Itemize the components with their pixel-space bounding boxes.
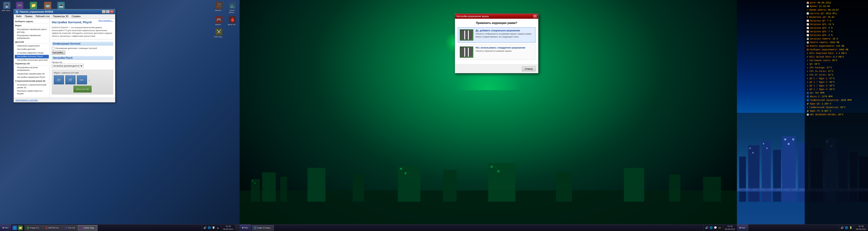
sysmon-gpu-fan: 🌀 Графический процессор: 1020 RPM [807, 99, 866, 102]
clock-middle[interactable]: 21:18 06.09.2012 [723, 225, 737, 231]
desktop-icon-blood[interactable]: 🩸 Blood Va... [226, 15, 239, 26]
sidebar-item-surround[interactable]: Настройка Surround, PhysX [15, 55, 49, 59]
sysmon-hddtemp-icon: 💿 [807, 113, 809, 116]
sysmon-vram-icon: 🖼 [807, 45, 809, 48]
notif-icon-3[interactable]: 🛡️ [212, 226, 215, 230]
sysmon-ram-icon: 💾 [807, 38, 809, 40]
sidebar-item-3d-manage[interactable]: Управление параметрами 3D [15, 72, 49, 76]
notif-r-battery[interactable]: 🔋 [849, 226, 852, 230]
option1-desc: Объекты отображаются за рамками экрана. … [475, 33, 533, 38]
dialog-option-no[interactable]: Нет, использовать стандартное разрешение… [458, 44, 535, 60]
taskbar-metro[interactable]: METRO 20... [43, 225, 62, 231]
notif-64[interactable]: 64 [718, 226, 721, 230]
left-desktop: 🖥️ Max Osen... 🎮 TexaTon EK... 📁 TexaTon… [0, 0, 240, 231]
menu-3d[interactable]: Параметры 3D [52, 15, 70, 18]
svg-rect-10 [624, 168, 644, 202]
setup-button[interactable]: Настройка... [52, 50, 65, 54]
sidebar-item-3d-preview[interactable]: Регулировка настроек изображения... [15, 66, 49, 72]
taskbar-fraps[interactable]: Fraps 8 5... [25, 225, 42, 231]
system-info-link[interactable]: информация о системе [16, 99, 38, 101]
maximize-button[interactable]: □ [106, 10, 110, 13]
taskbar-animu[interactable]: Animu Orig... [78, 225, 97, 231]
window-statusbar: информация о системе [14, 98, 115, 102]
processor-label: Процессор: [52, 61, 113, 64]
svg-rect-36 [788, 143, 789, 145]
close-button[interactable]: ✕ [110, 10, 114, 13]
surround-checkbox[interactable] [52, 47, 55, 50]
ie-icon[interactable]: 🌐 [12, 225, 17, 230]
desktop-icon-kbr[interactable]: 🎵 KboOa... [213, 1, 225, 14]
notification-area-left: 🔊 🌐 🛡️ ▲ [202, 225, 221, 231]
sidebar-item-resolution[interactable]: Изменение разрешения [15, 44, 49, 48]
start-button[interactable]: ▶ Пуск [0, 225, 11, 231]
start-button-right[interactable]: ▶ Пуск [737, 225, 748, 231]
resolution-dialog: Настройки разрешения экрана ✕ Применить … [455, 13, 538, 73]
setup-group: Настройка... [52, 50, 113, 54]
main-panel: Настройка Surround, PhysX Восстановить..… [50, 19, 115, 98]
svg-rect-5 [352, 175, 364, 202]
sidebar-item-multiple[interactable]: Настройка нескольких дисплеев [15, 59, 49, 62]
processor-group: Процессор: Автовыбор (рекомендуется) [52, 61, 113, 68]
svg-rect-20 [739, 157, 746, 202]
taskbar-fear[interactable]: F.E.A.R. [63, 225, 78, 231]
sidebar-item-image[interactable]: Регулировка параметров изображения... [15, 34, 49, 40]
notif-net[interactable]: 🌐 [709, 226, 713, 230]
sidebar-item-display-setup[interactable]: Настройка дисплея [15, 48, 49, 51]
sidebar-item-stereo-games[interactable]: Просмотр совместимости с играми [15, 89, 49, 95]
restore-link[interactable]: Восстановить... [98, 20, 113, 22]
desktop-icon-tekken[interactable]: 🎮 Tekken... [213, 15, 225, 26]
taskbar-mid-item1[interactable]: Зафо Лі сама... [252, 225, 274, 231]
desktop-icon-xenon[interactable]: 📺 Xenon Reme... [226, 1, 239, 14]
svg-rect-22 [762, 141, 771, 202]
right-section: 📅 Дата: 06.09.2012 🕐 Время: 21:16:40 ⏱ В… [737, 0, 868, 231]
dialog-close-button[interactable]: ✕ [533, 15, 537, 18]
sysmon-freq: 📊 Частота ЦП: 4513 МГц [807, 12, 866, 15]
notif-area-right: 🔊 🌐 🔋 [839, 225, 854, 231]
desktop-icon-fate[interactable]: ⚔️ Fate Stay... [213, 28, 225, 39]
show-hidden-icon[interactable]: ▲ [216, 226, 220, 230]
sysmon-cpu-fan: 🌀 ЦП: 767 RPM [807, 91, 866, 94]
sidebar: Выберите задачу... Видео Регулировка пар… [14, 19, 50, 98]
processor-select[interactable]: Автовыбор (рекомендуется) [52, 64, 84, 68]
nvidia-icon: N [15, 10, 19, 13]
start-button-middle[interactable]: ▶ Пуск [240, 225, 251, 231]
notif-sound[interactable]: 🔊 [705, 226, 709, 230]
sidebar-item-stereo-setup[interactable]: Установить стереоскопический режим 3D [15, 83, 49, 89]
taskbar-left: ▶ Пуск 🌐 📁 Fraps 8 5... METRO 20... F.E.… [0, 224, 240, 231]
physx-gpu-text: PhysX = GeForce GTX 680 [54, 72, 111, 74]
clock-right[interactable]: 21:18 06.09.2012 [854, 225, 868, 231]
sysmon-chassisfan-icon: 🌀 [807, 95, 809, 98]
notif-icon-2[interactable]: 🌐 [208, 226, 211, 230]
clock-left[interactable]: 21:18 06.09.2012 [221, 225, 235, 231]
sysmon-ul-icon: ⬆ [807, 56, 808, 59]
svg-rect-37 [792, 139, 794, 140]
sidebar-item-digital[interactable]: Установка цифрового входа [15, 51, 49, 55]
notif-r-net[interactable]: 🌐 [845, 226, 848, 230]
minimize-button[interactable]: ─ [102, 10, 105, 13]
dialog-option-yes[interactable]: Да, добавить специальное разрешение Объе… [458, 27, 535, 43]
sysmon-cpu2: 📈 Загрузка ЦП2: 4 % [807, 27, 866, 30]
notif-msg[interactable]: 💬 [714, 226, 717, 230]
sidebar-item-physx[interactable]: Настройка параметров PhysX [15, 76, 49, 79]
menu-file[interactable]: Файл [15, 15, 23, 18]
sysmon-gpu-voltage: ⚡ Ядро ГП: 0.987 V [807, 110, 866, 113]
sysmon-ramused-icon: 💾 [807, 41, 809, 44]
menu-help[interactable]: Справка [70, 15, 82, 18]
show-desktop-btn[interactable] [235, 225, 240, 231]
menu-edit[interactable]: Правка [24, 15, 34, 18]
surround-checkbox-label: Расширение дисплеев с помощью Surround [55, 47, 97, 49]
sysmon-core4: 🌡 ЦП 1 / Ядро 4: 35°C [807, 88, 866, 91]
explorer-icon[interactable]: 📁 [18, 225, 23, 230]
option1-image [460, 29, 473, 41]
menu-desktop[interactable]: Рабочий стол [34, 15, 51, 18]
notif-icon-1[interactable]: 🔊 [203, 226, 207, 230]
notif-r-sound[interactable]: 🔊 [840, 226, 844, 230]
sysmon-vramfree-icon: 🖼 [807, 48, 809, 51]
menu-bar: Файл Правка Рабочий стол Параметры 3D Сп… [14, 14, 115, 19]
desktop-icon-1[interactable]: 🖥️ Max Osen... [1, 1, 12, 14]
sysmon-core2: 🌡 ЦП 1 / Ядро 2: 35°C [807, 81, 866, 84]
cancel-button[interactable]: Отмена [522, 66, 535, 71]
dialog-titlebar: Настройки разрешения экрана ✕ [455, 14, 538, 19]
sysmon-date-icon: 📅 [807, 2, 809, 4]
sidebar-item-color[interactable]: Регулировка параметров цвета для вид... [15, 28, 49, 34]
